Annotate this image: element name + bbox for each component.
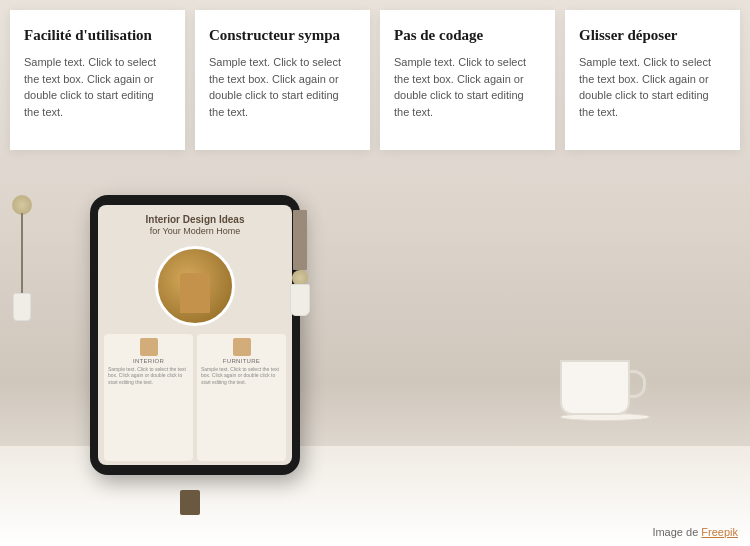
image-credit-prefix: Image de [652, 526, 701, 538]
plant-stem [21, 213, 23, 293]
plant-vase [13, 293, 31, 321]
tablet-card-interior-text: Sample text. Click to select the text bo… [108, 366, 189, 386]
feature-card-2[interactable]: Constructeur sympa Sample text. Click to… [195, 10, 370, 150]
tablet-card-interior: INTERIOR Sample text. Click to select th… [104, 334, 193, 461]
cup [560, 360, 630, 415]
tablet-screen: Interior Design Ideas for Your Modern Ho… [98, 205, 292, 465]
tablet-card-furniture-text: Sample text. Click to select the text bo… [201, 366, 282, 386]
plant-right [290, 210, 310, 316]
tablet-title-line2: for Your Modern Home [108, 226, 282, 238]
tablet-card-furniture: FURNITURE Sample text. Click to select t… [197, 334, 286, 461]
card-1-title: Facilité d'utilisation [24, 26, 171, 44]
tablet-frame: Interior Design Ideas for Your Modern Ho… [90, 195, 300, 475]
card-2-text: Sample text. Click to select the text bo… [209, 54, 356, 120]
card-4-text: Sample text. Click to select the text bo… [579, 54, 726, 120]
tablet-card-furniture-label: FURNITURE [201, 358, 282, 364]
plant-flower [12, 195, 32, 215]
freepik-link[interactable]: Freepik [701, 526, 738, 538]
cards-container: Facilité d'utilisation Sample text. Clic… [10, 10, 740, 150]
plant-left [12, 195, 32, 321]
plant-right-vase [290, 284, 310, 316]
card-4-title: Glisser déposer [579, 26, 726, 44]
tablet-card-interior-label: INTERIOR [108, 358, 189, 364]
tablet-area: Interior Design Ideas for Your Modern Ho… [50, 175, 330, 515]
card-3-text: Sample text. Click to select the text bo… [394, 54, 541, 120]
tablet-header: Interior Design Ideas for Your Modern Ho… [98, 205, 292, 242]
card-3-title: Pas de codage [394, 26, 541, 44]
tablet-title-line1: Interior Design Ideas [108, 213, 282, 226]
feature-card-1[interactable]: Facilité d'utilisation Sample text. Clic… [10, 10, 185, 150]
tablet-stand [180, 490, 200, 515]
card-2-title: Constructeur sympa [209, 26, 356, 44]
tablet-bottom-row: INTERIOR Sample text. Click to select th… [98, 330, 292, 465]
furniture-icon [233, 338, 251, 356]
feature-card-4[interactable]: Glisser déposer Sample text. Click to se… [565, 10, 740, 150]
plant-right-stem [293, 210, 307, 270]
tablet-hero-image [155, 246, 235, 326]
image-credit: Image de Freepik [652, 526, 738, 538]
card-1-text: Sample text. Click to select the text bo… [24, 54, 171, 120]
cup-handle [628, 370, 646, 398]
cup-area [560, 360, 650, 421]
feature-card-3[interactable]: Pas de codage Sample text. Click to sele… [380, 10, 555, 150]
interior-icon [140, 338, 158, 356]
